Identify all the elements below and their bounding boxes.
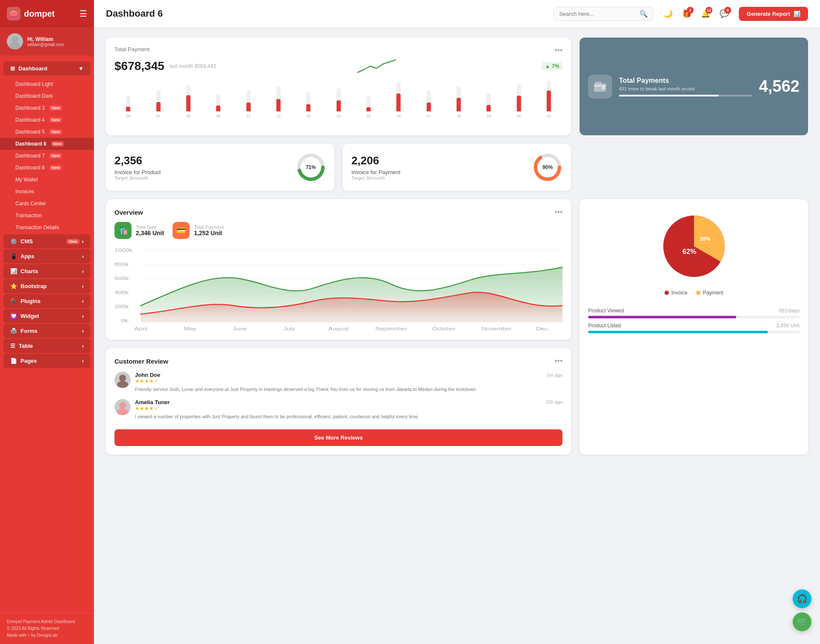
total-payments-progress-bar — [619, 95, 752, 96]
forms-icon: 🖨️ — [10, 328, 17, 334]
chat-btn[interactable]: 💬 5 — [717, 6, 732, 21]
support-fab[interactable]: 🎧 — [793, 589, 811, 608]
charts-label: Charts — [20, 268, 82, 274]
svg-text:November: November — [481, 326, 512, 331]
search-icon[interactable]: 🔍 — [639, 10, 648, 18]
sidebar-item-transaction-details[interactable]: Transaction Details — [0, 221, 94, 233]
invoice-payment-donut: 90% — [533, 152, 562, 182]
sidebar-item-table[interactable]: ☰ Table › — [3, 339, 91, 353]
user-greeting: Hi, — [27, 36, 34, 42]
pages-icon: 📄 — [10, 358, 17, 364]
cart-fab[interactable]: 🛒 — [793, 612, 811, 631]
sidebar-item-dashboard-8[interactable]: Dashboard 8 New — [0, 162, 94, 174]
svg-text:September: September — [375, 326, 407, 331]
bar-bg — [547, 81, 551, 111]
gift-btn[interactable]: 🎁 2 — [679, 6, 694, 21]
product-viewed-fill — [588, 316, 736, 318]
svg-text:400k: 400k — [114, 290, 129, 295]
sidebar-item-bootstrap[interactable]: ⭐ Bootstrap › — [3, 279, 91, 293]
sidebar-item-dashboard-3[interactable]: Dashboard 3 New — [0, 102, 94, 114]
sidebar-item-dashboard-4[interactable]: Dashboard 4 New — [0, 114, 94, 126]
svg-point-1 — [9, 43, 20, 50]
sidebar-item-dashboard-6[interactable]: Dashboard 6 New — [0, 138, 94, 150]
user-profile[interactable]: Hi, William william@gmail.com — [0, 27, 94, 55]
logo[interactable]: 👛 dompet — [7, 7, 55, 20]
charts-icon: 📊 — [10, 268, 17, 274]
svg-point-35 — [117, 408, 128, 415]
bar-fill — [216, 105, 220, 111]
bar-bg — [427, 90, 431, 112]
sidebar-item-dashboard-5[interactable]: Dashboard 5 New — [0, 126, 94, 138]
total-payment-info: Total Payment 1,252 Unit — [194, 224, 224, 236]
sidebar-item-invoices[interactable]: Invoices — [0, 186, 94, 198]
item-label: Dashboard 8 — [15, 165, 45, 171]
invoice-payment-card: 2,206 Invoice for Payment Target 3k/mont… — [343, 144, 571, 191]
item-label: Dashboard 3 — [15, 105, 45, 111]
page-title: Dashboard 6 — [106, 8, 547, 19]
bar-fill — [427, 102, 431, 111]
svg-text:1000k: 1000k — [114, 248, 133, 253]
bar-fill — [276, 99, 281, 111]
bar-bg — [216, 94, 220, 112]
item-label: Transaction — [15, 213, 42, 219]
svg-text:June: June — [232, 326, 246, 331]
bar-group: 08 — [175, 80, 202, 118]
topbar: Dashboard 6 🔍 🌙 🎁 2 🔔 12 💬 5 Generate Re… — [94, 0, 820, 27]
bar-group: 16 — [385, 80, 412, 118]
sidebar-item-dashboard-light[interactable]: Dashboard Light — [0, 78, 94, 90]
sidebar-item-cms[interactable]: ⚙️ CMS New › — [3, 234, 91, 248]
bar-bg — [486, 93, 491, 111]
sidebar-item-pages[interactable]: 📄 Pages › — [3, 354, 91, 368]
floating-buttons: 🎧 🛒 — [793, 589, 811, 631]
svg-text:August: August — [328, 326, 349, 331]
card-menu-icon[interactable]: ••• — [554, 46, 562, 55]
review-menu-icon[interactable]: ••• — [554, 357, 562, 366]
total-payments-info: Total Payments 431 more to break last mo… — [619, 77, 752, 96]
sidebar-item-forms[interactable]: 🖨️ Forms › — [3, 324, 91, 338]
review-avatar-2 — [114, 399, 131, 415]
overview-menu-icon[interactable]: ••• — [554, 208, 562, 217]
invoice-product-number: 2,356 — [114, 154, 161, 167]
generate-report-button[interactable]: Generate Report 📊 — [739, 7, 808, 21]
overview-title: Overview — [114, 209, 143, 216]
stat-total-sale: 🛍️ Total Sale 2,346 Unit — [114, 222, 164, 239]
search-box[interactable]: 🔍 — [554, 7, 653, 21]
bar-label: 06 — [126, 114, 130, 118]
trend-value: 7% — [552, 63, 559, 69]
generate-report-label: Generate Report — [747, 11, 790, 17]
invoice-legend-label: Invoice — [671, 290, 688, 296]
sidebar-item-dashboard[interactable]: ⊞ Dashboard ▼ — [3, 61, 91, 76]
sidebar-item-widget[interactable]: 💟 Widget › — [3, 309, 91, 323]
sidebar-item-cards-center[interactable]: Cards Center — [0, 198, 94, 210]
search-input[interactable] — [559, 11, 636, 17]
see-more-reviews-button[interactable]: See More Reviews — [114, 429, 562, 446]
review-content-1: John Doe 5m ago ★★★★★ Friendly service J… — [135, 372, 562, 393]
table-icon: ☰ — [10, 343, 15, 349]
sidebar-item-dashboard-7[interactable]: Dashboard 7 New — [0, 150, 94, 162]
bar-fill — [396, 93, 401, 111]
review-text-1: Friendly service Josh, Lunar and everyon… — [135, 386, 562, 393]
forms-label: Forms — [20, 328, 82, 334]
review-time-1: 5m ago — [547, 373, 563, 378]
total-payment-header: Total Payment ••• — [114, 46, 562, 55]
sidebar-item-my-wallet[interactable]: My Wallet — [0, 174, 94, 186]
bar-group: 06 — [114, 80, 142, 118]
bootstrap-icon: ⭐ — [10, 283, 17, 289]
chevron-right-icon: › — [82, 298, 84, 304]
sidebar-item-charts[interactable]: 📊 Charts › — [3, 264, 91, 278]
notification-btn[interactable]: 🔔 12 — [698, 6, 713, 21]
total-payment-icon: 💳 — [173, 222, 190, 239]
chevron-right-icon: › — [82, 253, 84, 259]
payment-legend-dot — [696, 291, 700, 295]
sidebar-item-apps[interactable]: 📱 Apps › — [3, 249, 91, 263]
sidebar-item-plugins[interactable]: 🔌 Plugins › — [3, 294, 91, 308]
new-badge: New — [50, 129, 62, 134]
sidebar-item-dashboard-dark[interactable]: Dashboard Dark — [0, 90, 94, 102]
bar-group: 07 — [144, 80, 172, 118]
theme-toggle-btn[interactable]: 🌙 — [660, 6, 676, 21]
sidebar-item-transaction[interactable]: Transaction — [0, 210, 94, 221]
svg-point-32 — [119, 375, 126, 382]
hamburger-icon[interactable]: ☰ — [79, 9, 87, 19]
svg-point-0 — [12, 36, 18, 43]
donut-payment-text: 90% — [542, 164, 553, 170]
